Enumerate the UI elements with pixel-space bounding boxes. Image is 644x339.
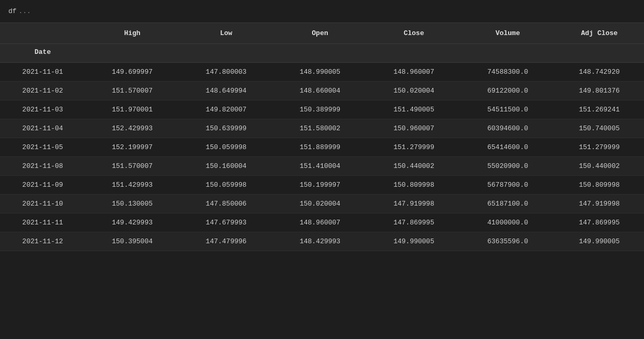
col-header-adjclose-sub [555, 44, 644, 63]
cell-value: 148.960007 [273, 213, 367, 232]
cell-value: 149.699997 [85, 63, 179, 82]
header-row-2: Date [0, 44, 644, 63]
cell-value: 150.740005 [555, 119, 644, 138]
col-header-volume-sub [461, 44, 555, 63]
dataframe-table: High Low Open Close Volume Adj Close Dat… [0, 23, 644, 251]
cell-value: 152.429993 [85, 119, 179, 138]
cell-date: 2021-11-02 [0, 82, 85, 100]
cell-value: 150.440002 [555, 157, 644, 176]
cell-value: 74588300.0 [461, 63, 555, 82]
table-row: 2021-11-01149.699997147.800003148.990005… [0, 63, 644, 82]
cell-value: 151.279999 [367, 138, 461, 157]
table-row: 2021-11-02151.570007148.649994148.660004… [0, 82, 644, 100]
cell-value: 150.020004 [367, 82, 461, 100]
col-header-adjclose: Adj Close [555, 23, 644, 44]
cell-value: 150.020004 [273, 195, 367, 213]
cell-value: 149.990005 [555, 232, 644, 251]
cell-date: 2021-11-03 [0, 100, 85, 119]
cell-value: 150.160004 [179, 157, 273, 176]
cell-value: 65187100.0 [461, 195, 555, 213]
cell-value: 148.960007 [367, 63, 461, 82]
cell-value: 151.970001 [85, 100, 179, 119]
cell-value: 147.919998 [367, 195, 461, 213]
cell-value: 149.990005 [367, 232, 461, 251]
cell-value: 148.990005 [273, 63, 367, 82]
table-row: 2021-11-12150.395004147.479996148.429993… [0, 232, 644, 251]
cell-date: 2021-11-04 [0, 119, 85, 138]
cell-date: 2021-11-05 [0, 138, 85, 157]
cell-value: 147.800003 [179, 63, 273, 82]
cell-date: 2021-11-12 [0, 232, 85, 251]
cell-value: 69122000.0 [461, 82, 555, 100]
table-row: 2021-11-03151.970001149.820007150.389999… [0, 100, 644, 119]
cell-value: 65414600.0 [461, 138, 555, 157]
col-header-open: Open [273, 23, 367, 44]
table-row: 2021-11-05152.199997150.059998151.889999… [0, 138, 644, 157]
cell-value: 150.440002 [367, 157, 461, 176]
table-row: 2021-11-10150.130005147.850006150.020004… [0, 195, 644, 213]
cell-value: 151.570007 [85, 82, 179, 100]
cell-value: 150.809998 [555, 176, 644, 195]
cell-date: 2021-11-11 [0, 213, 85, 232]
cell-date: 2021-11-01 [0, 63, 85, 82]
cell-value: 150.639999 [179, 119, 273, 138]
cell-value: 150.199997 [273, 176, 367, 195]
cell-value: 151.580002 [273, 119, 367, 138]
table-head: High Low Open Close Volume Adj Close Dat… [0, 23, 644, 63]
cell-value: 150.389999 [273, 100, 367, 119]
col-header-volume: Volume [461, 23, 555, 44]
cell-value: 150.059998 [179, 176, 273, 195]
cell-value: 147.869995 [367, 213, 461, 232]
table-row: 2021-11-08151.570007150.160004151.410004… [0, 157, 644, 176]
cell-value: 150.809998 [367, 176, 461, 195]
col-header-empty [0, 23, 85, 44]
header-row-1: High Low Open Close Volume Adj Close [0, 23, 644, 44]
cell-value: 147.869995 [555, 213, 644, 232]
cell-value: 148.742920 [555, 63, 644, 82]
cell-value: 151.429993 [85, 176, 179, 195]
cell-value: 148.429993 [273, 232, 367, 251]
dataframe-title: df [8, 7, 17, 15]
cell-value: 151.490005 [367, 100, 461, 119]
col-header-low: Low [179, 23, 273, 44]
cell-value: 147.479996 [179, 232, 273, 251]
dataframe-table-container: High Low Open Close Volume Adj Close Dat… [0, 23, 644, 251]
table-body: 2021-11-01149.699997147.800003148.990005… [0, 63, 644, 251]
cell-value: 60394600.0 [461, 119, 555, 138]
cell-value: 151.279999 [555, 138, 644, 157]
cell-value: 150.059998 [179, 138, 273, 157]
cell-value: 150.130005 [85, 195, 179, 213]
cell-value: 56787900.0 [461, 176, 555, 195]
cell-value: 55020900.0 [461, 157, 555, 176]
cell-value: 149.429993 [85, 213, 179, 232]
cell-value: 147.919998 [555, 195, 644, 213]
cell-date: 2021-11-10 [0, 195, 85, 213]
col-header-close: Close [367, 23, 461, 44]
col-header-open-sub [273, 44, 367, 63]
cell-date: 2021-11-09 [0, 176, 85, 195]
col-header-date: Date [0, 44, 85, 63]
cell-value: 151.889999 [273, 138, 367, 157]
cell-value: 63635596.0 [461, 232, 555, 251]
cell-value: 151.269241 [555, 100, 644, 119]
col-header-high: High [85, 23, 179, 44]
top-bar-dots: ... [19, 7, 31, 15]
cell-value: 148.660004 [273, 82, 367, 100]
cell-value: 150.960007 [367, 119, 461, 138]
table-row: 2021-11-09151.429993150.059998150.199997… [0, 176, 644, 195]
cell-value: 148.649994 [179, 82, 273, 100]
cell-value: 147.850006 [179, 195, 273, 213]
cell-value: 151.570007 [85, 157, 179, 176]
table-row: 2021-11-04152.429993150.639999151.580002… [0, 119, 644, 138]
cell-value: 149.801376 [555, 82, 644, 100]
col-header-high-sub [85, 44, 179, 63]
col-header-close-sub [367, 44, 461, 63]
cell-value: 147.679993 [179, 213, 273, 232]
cell-value: 149.820007 [179, 100, 273, 119]
cell-value: 152.199997 [85, 138, 179, 157]
cell-value: 150.395004 [85, 232, 179, 251]
col-header-low-sub [179, 44, 273, 63]
table-row: 2021-11-11149.429993147.679993148.960007… [0, 213, 644, 232]
cell-value: 41000000.0 [461, 213, 555, 232]
cell-value: 151.410004 [273, 157, 367, 176]
